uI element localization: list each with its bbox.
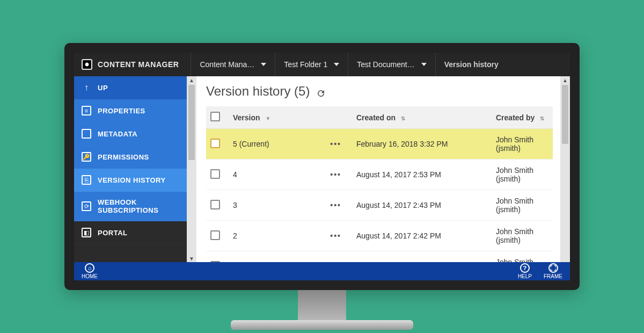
scroll-up-icon[interactable]: ▲ [562, 77, 568, 83]
table-row[interactable]: 3•••August 14, 2017 2:43 PMJohn Smith (j… [206, 190, 553, 221]
scrollbar-thumb[interactable] [188, 85, 195, 160]
sidebar-item-label: UP [98, 84, 108, 92]
help-label: HELP [518, 273, 532, 279]
sidebar-item-label: PORTAL [98, 229, 127, 237]
app-title: CONTENT MANAGER [98, 60, 179, 69]
sidebar-icon: ⎘ [82, 175, 91, 185]
scroll-up-icon[interactable]: ▲ [189, 77, 194, 83]
bottom-left-group: ⌂ HOME [82, 263, 98, 279]
sort-icon: ⇅ [540, 115, 544, 121]
breadcrumb-item-3: Version history [435, 53, 507, 76]
sidebar-item-metadata[interactable]: METADATA [74, 122, 187, 146]
breadcrumb-item-0[interactable]: Content Mana… [191, 53, 275, 76]
sidebar-icon: ◧ [82, 228, 91, 237]
bottom-bar: ⌂ HOME ? HELP ⛶ FRAME [74, 262, 570, 280]
table-header-row: Version ▼ Created on ⇅ Created by ⇅ [206, 106, 553, 129]
row-actions-icon[interactable]: ••• [330, 201, 341, 209]
version-cell: 3 [233, 201, 237, 209]
header-created-on[interactable]: Created on ⇅ [352, 106, 492, 129]
monitor-stand-base [231, 320, 413, 330]
breadcrumb-label: Content Mana… [200, 60, 254, 69]
home-label: HOME [82, 273, 98, 279]
row-actions-icon[interactable]: ••• [330, 231, 341, 240]
created-on-cell: February 16, 2018 3:32 PM [356, 140, 448, 148]
sidebar-item-up[interactable]: ↑UP [74, 76, 187, 99]
bottom-right-group: ? HELP ⛶ FRAME [518, 263, 562, 279]
version-cell: 5 (Current) [233, 140, 269, 148]
sidebar-scrollbar[interactable]: ▲ ▼ [187, 76, 196, 262]
sidebar-item-label: WEBHOOK SUBSCRIPTIONS [98, 198, 179, 214]
sidebar-icon: ⟳ [82, 201, 91, 211]
table-row[interactable]: 1•••July 7, 2016 1:46 PMJohn Smith (jsmi… [206, 251, 553, 263]
sidebar-item-webhook-subscriptions[interactable]: ⟳WEBHOOK SUBSCRIPTIONS [74, 192, 187, 221]
chevron-down-icon [261, 63, 266, 66]
sidebar-icon [82, 129, 91, 139]
sidebar-item-permissions[interactable]: 🔑PERMISSIONS [74, 146, 187, 169]
breadcrumb-label: Test Folder 1 [284, 60, 327, 69]
chevron-down-icon [421, 63, 427, 66]
row-checkbox[interactable] [210, 169, 220, 179]
help-icon: ? [520, 263, 530, 273]
sidebar-item-label: VERSION HISTORY [98, 176, 166, 184]
sidebar-icon: ≡ [82, 106, 91, 115]
app-brand: CONTENT MANAGER [74, 53, 191, 76]
home-icon: ⌂ [85, 263, 94, 273]
main-panel: Version history (5) Version [196, 76, 570, 262]
sidebar-item-label: PROPERTIES [98, 107, 145, 115]
row-checkbox[interactable] [210, 230, 220, 240]
row-actions-icon[interactable]: ••• [330, 140, 341, 148]
up-arrow-icon: ↑ [82, 83, 91, 92]
help-button[interactable]: ? HELP [518, 263, 532, 279]
main-scrollbar[interactable]: ▲ [560, 76, 570, 262]
header-version[interactable]: Version ▼ [229, 106, 352, 129]
table-row[interactable]: 5 (Current)•••February 16, 2018 3:32 PMJ… [206, 129, 553, 160]
sidebar: ↑UP≡PROPERTIESMETADATA🔑PERMISSIONS⎘VERSI… [74, 76, 187, 262]
row-checkbox[interactable] [210, 261, 220, 263]
breadcrumb-label: Version history [444, 60, 499, 69]
home-button[interactable]: ⌂ HOME [82, 263, 98, 279]
table-row[interactable]: 2•••August 14, 2017 2:42 PMJohn Smith (j… [206, 221, 553, 251]
sort-desc-icon: ▼ [265, 115, 270, 121]
created-by-cell: John Smith (jsmith) [496, 258, 533, 262]
breadcrumb-bar: CONTENT MANAGER Content Mana… Test Folde… [74, 53, 570, 76]
header-created-on-label: Created on [356, 113, 396, 122]
header-version-label: Version [233, 113, 260, 122]
sidebar-wrap: ↑UP≡PROPERTIESMETADATA🔑PERMISSIONS⎘VERSI… [74, 76, 196, 262]
monitor-frame: CONTENT MANAGER Content Mana… Test Folde… [64, 43, 580, 290]
content-area: Version history (5) Version [196, 76, 560, 262]
sidebar-item-portal[interactable]: ◧PORTAL [74, 221, 187, 244]
breadcrumb-item-1[interactable]: Test Folder 1 [275, 53, 348, 76]
app-body: ↑UP≡PROPERTIESMETADATA🔑PERMISSIONS⎘VERSI… [74, 76, 570, 262]
breadcrumb-label: Test Document… [357, 60, 414, 69]
created-on-cell: August 14, 2017 2:53 PM [356, 170, 441, 179]
versions-table: Version ▼ Created on ⇅ Created by ⇅ [206, 106, 553, 262]
header-created-by[interactable]: Created by ⇅ [492, 106, 553, 129]
frame-label: FRAME [544, 273, 562, 279]
sidebar-item-version-history[interactable]: ⎘VERSION HISTORY [74, 169, 187, 192]
created-on-cell: August 14, 2017 2:43 PM [356, 201, 441, 209]
created-on-cell: August 14, 2017 2:42 PM [356, 231, 441, 240]
created-by-cell: John Smith (jsmith) [496, 135, 533, 153]
created-by-cell: John Smith (jsmith) [496, 197, 533, 214]
created-by-cell: John Smith (jsmith) [496, 166, 533, 183]
sidebar-item-properties[interactable]: ≡PROPERTIES [74, 99, 187, 122]
frame-icon: ⛶ [548, 263, 558, 273]
header-created-by-label: Created by [496, 113, 535, 122]
sidebar-icon: 🔑 [82, 152, 91, 162]
sidebar-item-label: METADATA [98, 130, 137, 138]
refresh-icon[interactable] [316, 86, 326, 96]
row-actions-icon[interactable]: ••• [330, 170, 341, 179]
created-by-cell: John Smith (jsmith) [496, 227, 533, 244]
version-cell: 4 [233, 170, 237, 179]
select-all-checkbox[interactable] [210, 112, 220, 121]
frame-button[interactable]: ⛶ FRAME [544, 263, 562, 279]
header-checkbox-cell [206, 106, 229, 129]
table-row[interactable]: 4•••August 14, 2017 2:53 PMJohn Smith (j… [206, 160, 553, 190]
breadcrumb-item-2[interactable]: Test Document… [348, 53, 435, 76]
page-title: Version history (5) [206, 84, 553, 99]
page-title-text: Version history (5) [206, 84, 310, 99]
row-checkbox[interactable] [210, 139, 220, 148]
row-checkbox[interactable] [210, 200, 220, 209]
scroll-down-icon[interactable]: ▼ [189, 256, 194, 261]
scrollbar-thumb[interactable] [562, 85, 568, 144]
